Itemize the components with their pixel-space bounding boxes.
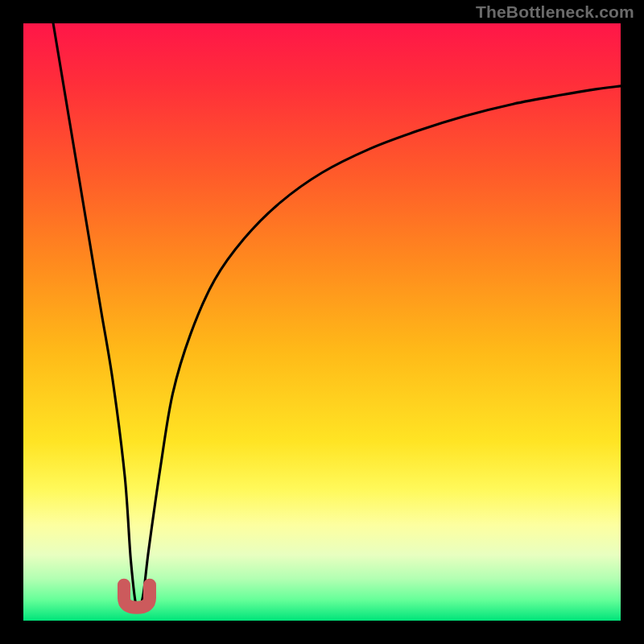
watermark-text: TheBottleneck.com <box>476 2 634 22</box>
chart-frame: TheBottleneck.com <box>0 0 644 644</box>
plot-area <box>23 23 621 621</box>
optimal-marker <box>23 23 621 621</box>
